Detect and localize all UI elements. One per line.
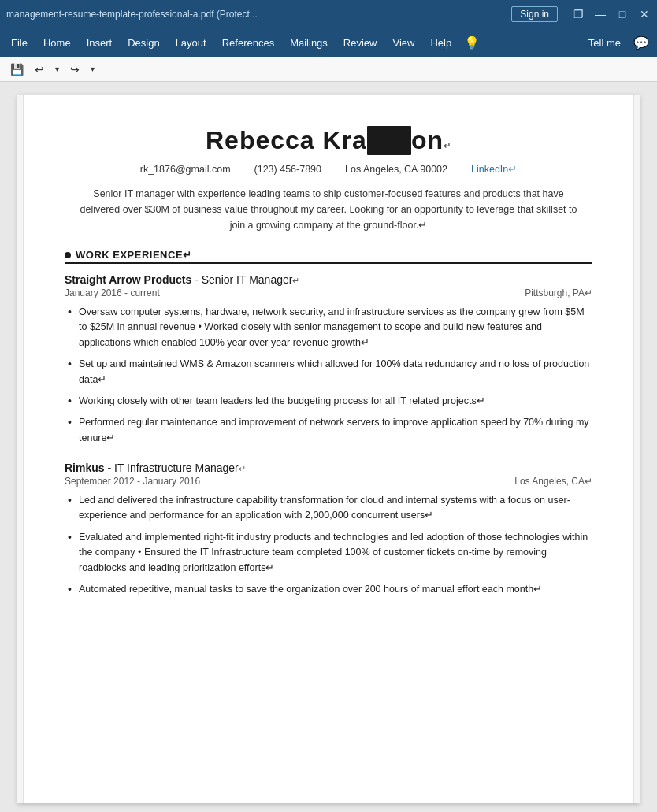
- undo-dropdown[interactable]: ▾: [51, 62, 63, 76]
- more-button[interactable]: ▾: [87, 62, 98, 76]
- name-text: Rebecca Kra: [206, 126, 367, 154]
- job-entry-1: Straight Arrow Products - Senior IT Mana…: [65, 273, 592, 446]
- resume-contact: rk_1876@gmail.com (123) 456-7890 Los Ang…: [65, 163, 592, 175]
- redo-button[interactable]: ↪: [66, 61, 84, 78]
- contact-email: rk_1876@gmail.com: [140, 164, 231, 175]
- undo-button[interactable]: ↩: [31, 61, 48, 78]
- resume-name: Rebecca Kra on↵: [65, 126, 592, 155]
- sign-in-button[interactable]: Sign in: [511, 6, 558, 22]
- job1-meta: January 2016 - current Pittsburgh, PA↵: [65, 287, 592, 298]
- menu-help[interactable]: Help: [422, 34, 459, 52]
- job1-location: Pittsburgh, PA↵: [525, 287, 592, 298]
- job2-title: - IT Infrastructure Manager↵: [107, 462, 245, 474]
- menu-insert[interactable]: Insert: [79, 34, 121, 52]
- job2-title-line: Rimkus - IT Infrastructure Manager↵: [65, 462, 592, 474]
- job1-company: Straight Arrow Products: [65, 273, 191, 286]
- job1-bullet-4: Performed regular maintenance and improv…: [65, 415, 592, 446]
- restore-button[interactable]: ❐: [572, 8, 585, 20]
- chat-icon: 💬: [629, 32, 654, 54]
- job2-bullets: Led and delivered the infrastructure cap…: [65, 493, 592, 597]
- menu-bar: File Home Insert Design Layout Reference…: [0, 28, 657, 57]
- close-button[interactable]: ✕: [638, 8, 651, 20]
- job2-company: Rimkus: [65, 462, 105, 474]
- lightbulb-icon: 💡: [459, 32, 484, 54]
- job2-dates: September 2012 - January 2016: [65, 476, 200, 487]
- job1-bullets: Oversaw computer systems, hardware, netw…: [65, 305, 592, 446]
- job1-dates: January 2016 - current: [65, 287, 160, 298]
- page: Rebecca Kra on↵ rk_1876@gmail.com (123) …: [17, 95, 640, 803]
- pilcrow-name: ↵: [444, 141, 451, 150]
- contact-linkedin[interactable]: LinkedIn↵: [471, 163, 517, 175]
- window-controls: ❐ — □ ✕: [572, 8, 651, 20]
- menu-review[interactable]: Review: [336, 34, 385, 52]
- title-bar-filename: management-resume-template-professional-…: [6, 9, 511, 20]
- resume-summary: Senior IT manager with experience leadin…: [65, 186, 592, 233]
- minimize-button[interactable]: —: [594, 8, 607, 20]
- section-work-experience: WORK EXPERIENCE↵: [65, 249, 592, 264]
- tell-me[interactable]: Tell me: [581, 34, 629, 52]
- job1-title: - Senior IT Manager↵: [195, 273, 299, 286]
- page-margin-left: [17, 95, 24, 803]
- job-entry-2: Rimkus - IT Infrastructure Manager↵ Sept…: [65, 462, 592, 597]
- job2-location: Los Angeles, CA↵: [514, 476, 592, 487]
- job2-bullet-3: Automated repetitive, manual tasks to sa…: [65, 582, 592, 597]
- menu-file[interactable]: File: [3, 34, 35, 52]
- job2-bullet-1: Led and delivered the infrastructure cap…: [65, 493, 592, 524]
- name-redacted: [367, 126, 411, 155]
- menu-design[interactable]: Design: [120, 34, 167, 52]
- section-dot: [65, 252, 71, 258]
- menu-mailings[interactable]: Mailings: [282, 34, 336, 52]
- menu-layout[interactable]: Layout: [168, 34, 214, 52]
- menu-home[interactable]: Home: [35, 34, 79, 52]
- job1-title-line: Straight Arrow Products - Senior IT Mana…: [65, 273, 592, 286]
- contact-phone: (123) 456-7890: [254, 164, 321, 175]
- page-margin-right: [633, 95, 640, 803]
- quick-access-toolbar: 💾 ↩ ▾ ↪ ▾: [0, 57, 657, 82]
- document-area: Rebecca Kra on↵ rk_1876@gmail.com (123) …: [0, 82, 657, 812]
- job1-bullet-3: Working closely with other team leaders …: [65, 394, 592, 409]
- job1-bullet-1: Oversaw computer systems, hardware, netw…: [65, 305, 592, 350]
- menu-references[interactable]: References: [214, 34, 282, 52]
- section-title-work: WORK EXPERIENCE↵: [76, 249, 192, 261]
- job2-meta: September 2012 - January 2016 Los Angele…: [65, 476, 592, 487]
- contact-location: Los Angeles, CA 90002: [345, 164, 447, 175]
- job2-bullet-2: Evaluated and implemented right-fit indu…: [65, 530, 592, 576]
- name-text2: on: [411, 126, 444, 154]
- menu-view[interactable]: View: [384, 34, 422, 52]
- save-button[interactable]: 💾: [6, 61, 28, 78]
- job1-bullet-2: Set up and maintained WMS & Amazon scann…: [65, 357, 592, 387]
- title-bar: management-resume-template-professional-…: [0, 0, 657, 28]
- maximize-button[interactable]: □: [616, 8, 629, 20]
